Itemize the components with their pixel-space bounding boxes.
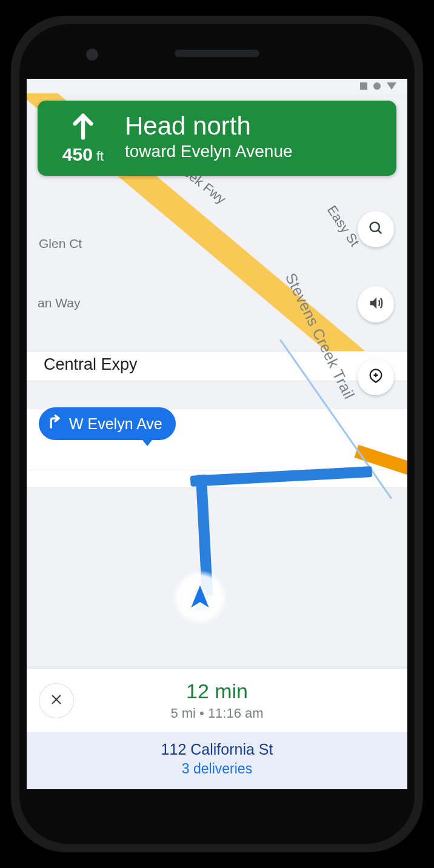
eta-text: 12 min 5 mi • 11:16 am bbox=[39, 679, 395, 721]
direction-instruction: Head north bbox=[125, 112, 293, 139]
status-indicator-circle bbox=[373, 82, 381, 90]
destination-address: 112 California St bbox=[34, 741, 400, 758]
current-location-puck bbox=[172, 570, 228, 626]
speaker-grille bbox=[175, 50, 259, 57]
front-camera bbox=[86, 48, 98, 61]
eta-distance: 5 mi bbox=[170, 706, 196, 721]
direction-sub: toward Evelyn Avenue bbox=[125, 141, 293, 162]
map-label-central: Central Expy bbox=[44, 355, 138, 374]
eta-time-remaining: 12 min bbox=[39, 679, 395, 703]
next-turn-bubble[interactable]: W Evelyn Ave bbox=[39, 407, 176, 440]
phone-bezel: Glen Ct an Way Central Expy Stevens Cree… bbox=[19, 24, 415, 844]
volume-icon bbox=[367, 295, 384, 314]
status-indicator-triangle bbox=[387, 82, 396, 90]
map-label-easy: Easy St bbox=[324, 202, 362, 249]
distance-value: 450 bbox=[62, 144, 93, 165]
direction-card[interactable]: 450 ft Head north toward Evelyn Avenue bbox=[38, 101, 396, 176]
screen: Glen Ct an Way Central Expy Stevens Cree… bbox=[27, 79, 407, 789]
eta-subline: 5 mi • 11:16 am bbox=[39, 706, 395, 721]
arrow-up-icon bbox=[69, 110, 97, 144]
separator: • bbox=[196, 706, 208, 721]
turn-right-icon bbox=[46, 413, 63, 434]
svg-point-0 bbox=[370, 222, 379, 232]
sound-button[interactable] bbox=[358, 286, 394, 322]
direction-distance-block: 450 ft bbox=[50, 110, 116, 165]
next-turn-label: W Evelyn Ave bbox=[69, 415, 162, 433]
map-label: Glen Ct bbox=[39, 236, 82, 251]
bottom-sheet[interactable]: 12 min 5 mi • 11:16 am 112 California St… bbox=[27, 669, 407, 789]
distance-unit: ft bbox=[96, 149, 104, 164]
add-report-icon bbox=[367, 367, 384, 387]
eta-row: 12 min 5 mi • 11:16 am bbox=[27, 669, 407, 732]
navigation-arrow-icon bbox=[187, 583, 213, 612]
direction-text: Head north toward Evelyn Avenue bbox=[125, 112, 293, 163]
search-icon bbox=[367, 219, 384, 239]
map-label: an Way bbox=[38, 296, 80, 310]
report-button[interactable] bbox=[358, 359, 394, 395]
eta-arrival: 11:16 am bbox=[208, 706, 264, 721]
destination-bar[interactable]: 112 California St 3 deliveries bbox=[27, 732, 407, 789]
status-bar bbox=[27, 79, 407, 93]
phone-frame: Glen Ct an Way Central Expy Stevens Cree… bbox=[11, 16, 423, 852]
search-button[interactable] bbox=[358, 211, 394, 247]
direction-distance: 450 ft bbox=[62, 144, 104, 165]
destination-subtitle: 3 deliveries bbox=[34, 761, 400, 777]
status-indicator-square bbox=[360, 82, 367, 90]
